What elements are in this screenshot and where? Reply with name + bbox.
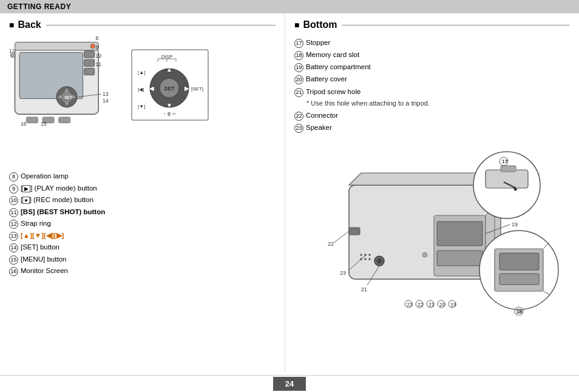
page-number: 24 [273,377,306,391]
svg-rect-8 [27,117,38,123]
camera-back-svg: 8 9 10 11 12 13 14 15 16 [9,36,124,163]
svg-text:12: 12 [9,48,15,54]
svg-text:22: 22 [328,241,334,247]
list-item: 11 [BS] (BEST SHOT) button [9,206,276,218]
svg-text:21: 21 [361,286,367,292]
svg-text:23: 23 [340,270,346,276]
camera-bottom-illustration: 17 17 19 18 20 21 [294,137,570,319]
svg-text:9: 9 [96,44,99,50]
list-item: 9 [▶] (PLAY mode) button [9,183,276,195]
camera-back-illustration: 8 9 10 11 12 13 14 15 16 [9,36,276,163]
bottom-features-list: 17 Stopper 18 Memory card slot 19 Batter… [294,36,570,133]
item-label: [BS] (BEST SHOT) button [21,206,105,218]
svg-point-57 [364,258,367,260]
svg-text:▼: ▼ [166,102,172,109]
svg-rect-5 [84,59,95,66]
svg-point-51 [377,259,382,263]
back-section-title: Back [9,19,276,30]
svg-text:SET: SET [164,86,175,92]
item-label: Operation lamp [21,171,69,183]
list-item: 16 Monitor Screen [9,265,276,277]
svg-rect-7 [11,54,16,58]
svg-text:↑ 🗑 ↵: ↑ 🗑 ↵ [164,112,176,116]
item-label: Strap ring [21,218,51,230]
item-label: Stopper [306,36,330,49]
item-label: Tripod screw hole [306,86,361,98]
dpad-detail-diagram: DISP SET ▲ ▼ ◀ ▶ [130,49,209,121]
item-number: 18 [294,51,303,60]
note-text: * Use this hole when attaching to a trip… [306,98,430,109]
svg-rect-6 [84,68,95,75]
item-label: Speaker [306,121,332,133]
svg-point-53 [360,254,362,256]
svg-point-55 [368,254,371,256]
list-item: 12 Strap ring [9,218,276,230]
camera-bottom-svg: 17 17 19 18 20 21 [294,137,561,316]
svg-text:[▼]: [▼] [138,104,145,109]
back-features-list: 8 Operation lamp 9 [▶] (PLAY mode) butto… [9,171,276,277]
list-item: 23 Speaker [294,121,570,133]
svg-text:SET: SET [64,95,72,100]
svg-rect-87 [499,274,539,285]
svg-rect-52 [349,228,360,235]
list-item: 10 [●] (REC mode) button [9,194,276,206]
svg-text:11: 11 [96,61,102,67]
svg-text:15: 15 [41,121,47,127]
item-number: 15 [9,255,18,265]
bottom-section-title: Bottom [294,19,570,30]
svg-text:16: 16 [21,121,27,127]
item-label: Battery compartment [306,61,371,73]
item-number: 19 [294,63,303,72]
item-label: [MENU] button [21,254,66,266]
item-label: Memory card slot [306,49,359,61]
list-item-note: * Use this hole when attaching to a trip… [294,98,570,109]
left-panel: Back [0,13,285,371]
item-number: 21 [294,88,303,97]
svg-point-3 [90,44,95,49]
item-label: Battery cover [306,73,347,85]
right-panel: Bottom 17 Stopper 18 Memory card slot 19… [285,13,579,371]
svg-rect-4 [84,51,95,58]
svg-rect-48 [437,221,482,246]
svg-text:▶: ▶ [185,85,189,92]
item-number: 9 [9,184,18,194]
svg-text:▲: ▲ [166,66,172,73]
svg-text:8: 8 [96,36,99,41]
item-number: 8 [9,172,18,181]
page-footer: 24 [0,375,579,392]
item-number: 14 [9,243,18,252]
list-item: 20 Battery cover [294,73,570,85]
svg-text:◀: ◀ [149,85,154,92]
item-number: 13 [9,232,18,241]
svg-text:[SET]: [SET] [191,86,203,92]
item-label: [SET] button [21,242,59,254]
svg-point-59 [422,252,427,257]
item-label: [▲][▼][◀][▶] [21,230,64,242]
item-number: 23 [294,124,303,133]
svg-rect-86 [499,253,539,270]
svg-rect-78 [486,170,528,188]
header-title: GETTING READY [7,2,71,11]
list-item: 8 Operation lamp [9,171,276,183]
item-number: 10 [9,196,18,205]
item-label: Connector [306,109,338,121]
page-header: GETTING READY [0,0,579,13]
svg-rect-2 [15,42,99,50]
item-number: 12 [9,220,18,229]
svg-rect-10 [59,117,70,123]
list-item: 15 [MENU] button [9,254,276,266]
svg-point-58 [368,258,371,260]
svg-text:14: 14 [103,98,109,104]
svg-text:17: 17 [502,159,507,164]
svg-text:[◀]: [◀] [138,87,144,92]
list-item: 14 [SET] button [9,242,276,254]
item-number: 22 [294,112,303,121]
item-number: 11 [9,208,18,217]
svg-text:18: 18 [517,309,523,314]
list-item: 13 [▲][▼][◀][▶] [9,230,276,242]
list-item: 17 Stopper [294,36,570,49]
svg-text:13: 13 [103,91,109,97]
svg-line-73 [334,231,349,243]
list-item: 21 Tripod screw hole [294,86,570,98]
list-item: 19 Battery compartment [294,61,570,73]
